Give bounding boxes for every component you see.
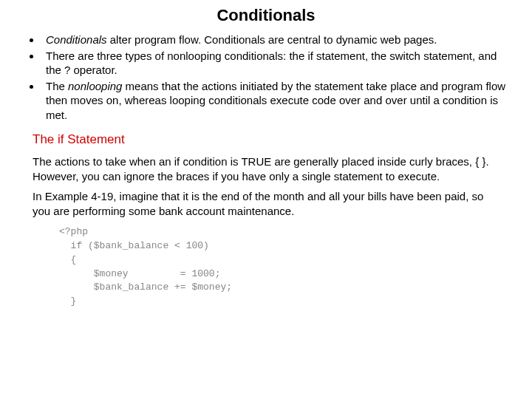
bullet-item: The nonlooping means that the actions in… — [41, 79, 514, 123]
body-paragraph: In Example 4-19, imagine that it is the … — [33, 189, 497, 218]
bullet-text: alter program flow. Conditionals are cen… — [107, 33, 437, 46]
slide: Conditionals Conditionals alter program … — [0, 0, 532, 315]
section-heading: The if Statement — [33, 132, 514, 147]
slide-title: Conditionals — [18, 6, 514, 25]
bullet-emphasis: nonlooping — [68, 80, 122, 92]
bullet-text: There are three types of nonlooping cond… — [46, 50, 497, 77]
bullet-text: The — [46, 80, 68, 92]
bullet-list: Conditionals alter program flow. Conditi… — [18, 33, 514, 122]
bullet-emphasis: Conditionals — [46, 33, 107, 46]
body-paragraph: The actions to take when an if condition… — [33, 154, 497, 183]
bullet-item: Conditionals alter program flow. Conditi… — [41, 33, 514, 47]
code-example: <?php if ($bank_balance < 100) { $money … — [59, 225, 514, 309]
bullet-item: There are three types of nonlooping cond… — [41, 49, 514, 78]
